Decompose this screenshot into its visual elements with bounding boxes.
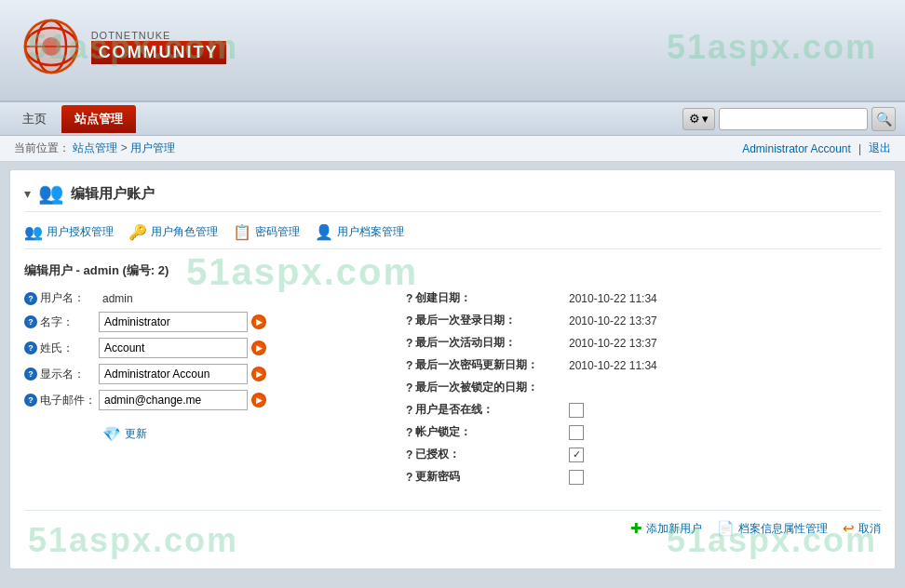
email-label: ? 电子邮件： <box>24 393 99 408</box>
username-help-icon[interactable]: ? <box>24 292 37 305</box>
breadcrumb: 当前位置： 站点管理 > 用户管理 <box>14 140 175 156</box>
online-checkbox[interactable] <box>569 403 584 418</box>
section-title: 编辑用户账户 <box>71 185 155 203</box>
info-last-locked: ? 最后一次被锁定的日期： <box>406 380 881 395</box>
update-button[interactable]: 💎 更新 <box>102 421 147 447</box>
last-login-value: 2010-10-22 13:37 <box>569 314 657 327</box>
authorized-help-icon[interactable]: ? <box>406 448 412 461</box>
created-label-text: 创建日期： <box>415 290 471 306</box>
nav-search-area: ⚙ ▾ 🔍 <box>682 107 896 131</box>
nav-tab-admin[interactable]: 站点管理 <box>61 105 136 133</box>
breadcrumb-item-users[interactable]: 用户管理 <box>130 141 175 154</box>
lastname-input[interactable] <box>99 338 248 358</box>
last-locked-label-text: 最后一次被锁定的日期： <box>415 380 538 395</box>
update-label: 更新 <box>125 426 147 442</box>
email-edit-arrow[interactable]: ▶ <box>251 393 266 408</box>
firstname-input[interactable] <box>99 312 248 332</box>
tab-password[interactable]: 📋 密码管理 <box>233 223 300 241</box>
logo: DotNetNuke Community <box>19 14 226 79</box>
file-mgmt-link[interactable]: 📄 档案信息属性管理 <box>717 520 828 537</box>
field-username: ? 用户名： admin <box>24 290 378 306</box>
locked-label-text: 帐户锁定： <box>415 424 471 440</box>
add-user-label: 添加新用户 <box>646 521 702 537</box>
navbar: 主页 站点管理 ⚙ ▾ 🔍 <box>0 102 905 136</box>
locked-help-icon[interactable]: ? <box>406 426 412 439</box>
logo-product: Community <box>91 41 226 64</box>
file-mgmt-label: 档案信息属性管理 <box>738 521 828 537</box>
firstname-help-icon[interactable]: ? <box>24 315 37 328</box>
authorized-label-text: 已授权： <box>415 447 460 462</box>
created-label: ? 创建日期： <box>406 290 569 306</box>
field-email: ? 电子邮件： ▶ <box>24 390 378 410</box>
file-mgmt-icon: 📄 <box>717 520 735 537</box>
lastname-edit-arrow[interactable]: ▶ <box>251 341 266 355</box>
add-user-link[interactable]: ✚ 添加新用户 <box>630 520 702 537</box>
update-pwd-label-text: 更新密码 <box>415 469 460 485</box>
update-pwd-checkbox[interactable] <box>569 470 584 485</box>
username-value: admin <box>99 292 133 305</box>
chevron-down-icon: ▾ <box>702 112 709 126</box>
nav-tab-home[interactable]: 主页 <box>9 105 60 133</box>
cancel-link[interactable]: ↩ 取消 <box>843 520 881 537</box>
breadcrumb-item-admin[interactable]: 站点管理 <box>73 141 117 154</box>
last-login-help-icon[interactable]: ? <box>406 314 412 327</box>
online-label: ? 用户是否在线： <box>406 402 569 418</box>
lastname-label-text: 姓氏： <box>40 341 74 356</box>
update-pwd-help-icon[interactable]: ? <box>406 471 412 484</box>
tab-user-roles-label: 用户角色管理 <box>151 224 218 240</box>
created-help-icon[interactable]: ? <box>406 292 412 305</box>
profile-icon: 👤 <box>315 223 333 241</box>
created-value: 2010-10-22 11:34 <box>569 292 657 305</box>
tab-profile[interactable]: 👤 用户档案管理 <box>315 223 404 241</box>
user-auth-icon: 👥 <box>24 223 43 241</box>
info-last-login: ? 最后一次登录日期： 2010-10-22 13:37 <box>406 313 881 328</box>
update-icon: 💎 <box>102 425 121 443</box>
admin-account-link[interactable]: Administrator Account <box>742 142 851 155</box>
firstname-edit-arrow[interactable]: ▶ <box>251 314 266 329</box>
username-label: ? 用户名： <box>24 290 99 306</box>
last-locked-help-icon[interactable]: ? <box>406 381 412 394</box>
last-login-label-text: 最后一次登录日期： <box>415 313 516 328</box>
update-pwd-label: ? 更新密码 <box>406 469 569 485</box>
displayname-edit-arrow[interactable]: ▶ <box>251 367 266 381</box>
tab-password-label: 密码管理 <box>255 224 300 240</box>
search-input[interactable] <box>719 108 868 130</box>
locked-checkbox[interactable] <box>569 425 584 440</box>
displayname-input[interactable] <box>99 364 248 384</box>
right-form: ? 创建日期： 2010-10-22 11:34 ? 最后一次登录日期： 201… <box>406 290 881 491</box>
firstname-label-text: 名字： <box>40 314 74 330</box>
displayname-help-icon[interactable]: ? <box>24 368 37 381</box>
last-activity-help-icon[interactable]: ? <box>406 337 412 350</box>
left-form: ? 用户名： admin ? 名字： ▶ ? <box>24 290 378 491</box>
search-button[interactable]: 🔍 <box>871 107 896 131</box>
breadcrumb-user-area: Administrator Account | 退出 <box>742 140 891 156</box>
email-input[interactable] <box>99 390 248 410</box>
email-help-icon[interactable]: ? <box>24 394 37 407</box>
email-input-wrap: ▶ <box>99 390 266 410</box>
form-title: 编辑用户 - admin (编号: 2) <box>24 262 881 279</box>
cancel-icon: ↩ <box>843 520 855 537</box>
lastname-help-icon[interactable]: ? <box>24 341 37 354</box>
last-login-label: ? 最后一次登录日期： <box>406 313 569 328</box>
gear-dropdown[interactable]: ⚙ ▾ <box>682 108 715 130</box>
info-created: ? 创建日期： 2010-10-22 11:34 <box>406 290 881 306</box>
online-label-text: 用户是否在线： <box>415 402 493 418</box>
sub-tabs: 👥 用户授权管理 🔑 用户角色管理 📋 密码管理 👤 用户档案管理 <box>24 223 881 249</box>
svg-point-5 <box>42 37 61 56</box>
email-label-text: 电子邮件： <box>40 393 96 408</box>
authorized-checkbox[interactable]: ✓ <box>569 448 584 462</box>
logout-link[interactable]: 退出 <box>869 140 891 156</box>
tab-user-roles[interactable]: 🔑 用户角色管理 <box>128 223 218 241</box>
search-icon: 🔍 <box>876 112 892 127</box>
section-arrow: ▾ <box>24 186 31 201</box>
info-last-activity: ? 最后一次活动日期： 2010-10-22 13:37 <box>406 335 881 351</box>
tab-user-auth-label: 用户授权管理 <box>47 224 114 240</box>
last-pwd-help-icon[interactable]: ? <box>406 359 412 372</box>
add-user-icon: ✚ <box>630 520 642 537</box>
info-update-pwd: ? 更新密码 <box>406 469 881 485</box>
tab-user-auth[interactable]: 👥 用户授权管理 <box>24 223 114 241</box>
displayname-input-wrap: ▶ <box>99 364 266 384</box>
displayname-label-text: 显示名： <box>40 367 85 382</box>
displayname-label: ? 显示名： <box>24 367 99 382</box>
online-help-icon[interactable]: ? <box>406 404 412 417</box>
